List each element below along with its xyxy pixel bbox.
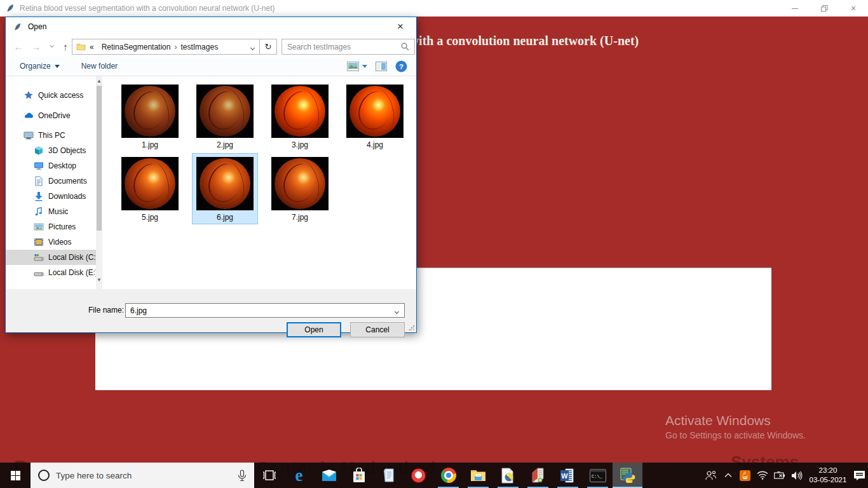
battery-tray-button[interactable] — [771, 463, 788, 488]
sidebar-item-this-pc[interactable]: This PC — [6, 128, 96, 143]
volume-tray-button[interactable] — [788, 463, 805, 488]
java-update-tray-button[interactable] — [736, 463, 754, 488]
organize-menu-button[interactable]: Organize — [20, 62, 60, 71]
taskbar-search-box[interactable] — [31, 463, 254, 488]
sidebar-item-label: This PC — [38, 131, 65, 140]
organize-label: Organize — [20, 62, 51, 71]
taskbar-store-button[interactable] — [344, 463, 374, 488]
file-tile-2[interactable]: 2.jpg — [192, 81, 258, 152]
download-arrow-icon — [34, 191, 44, 201]
file-tile-5[interactable]: 5.jpg — [117, 153, 183, 224]
action-center-button[interactable] — [851, 463, 868, 488]
sidebar-item-onedrive[interactable]: OneDrive — [6, 108, 96, 123]
nav-forward-button[interactable]: → — [29, 39, 44, 54]
file-tile-7[interactable]: 7.jpg — [267, 153, 333, 224]
breadcrumb-parent[interactable]: RetinaSegmentation — [102, 43, 171, 51]
file-explorer-icon — [470, 469, 486, 482]
volume-icon — [791, 471, 803, 480]
sidebar-item-local-disk-c[interactable]: Local Disk (C:) — [6, 250, 96, 265]
this-pc-monitor-icon — [24, 130, 34, 140]
tray-overflow-button[interactable] — [719, 463, 736, 488]
nav-history-dropdown[interactable] — [44, 39, 59, 54]
sidebar-item-label: OneDrive — [38, 111, 71, 120]
task-view-button[interactable] — [254, 463, 284, 488]
cancel-button[interactable]: Cancel — [350, 322, 405, 337]
taskbar-python-idle-button[interactable] — [613, 463, 642, 488]
retina-thumbnail — [271, 85, 329, 138]
sidebar-item-label: 3D Objects — [48, 146, 86, 155]
taskbar-file-explorer-button[interactable] — [463, 463, 493, 488]
wifi-tray-button[interactable] — [754, 463, 771, 488]
sidebar-item-pictures[interactable]: Pictures — [6, 219, 96, 234]
taskbar-notepad-button[interactable] — [374, 463, 403, 488]
nav-back-button[interactable]: ← — [11, 39, 26, 54]
nav-up-button[interactable]: ↑ — [58, 39, 73, 54]
sidebar-item-desktop[interactable]: Desktop — [6, 158, 96, 173]
preview-pane-button[interactable] — [376, 62, 387, 71]
microphone-icon[interactable] — [238, 470, 247, 482]
sidebar-item-label: Desktop — [48, 161, 76, 170]
view-dropdown-icon — [362, 65, 367, 68]
file-tile-6-selected[interactable]: 6.jpg — [192, 153, 258, 224]
file-tile-4[interactable]: 4.jpg — [342, 81, 408, 152]
sidebar-item-music[interactable]: Music — [6, 204, 96, 219]
restore-button[interactable] — [810, 0, 839, 17]
refresh-button[interactable]: ↻ — [260, 39, 277, 55]
file-name-label: 7.jpg — [292, 213, 308, 222]
address-breadcrumb[interactable]: « RetinaSegmentation › testImages — [72, 39, 260, 55]
dialog-close-button[interactable]: × — [391, 17, 410, 36]
taskbar-edge-button[interactable]: e — [284, 463, 314, 488]
retina-thumbnail — [121, 157, 179, 210]
file-tile-1[interactable]: 1.jpg — [117, 81, 183, 152]
taskbar-python-file-button[interactable] — [493, 463, 523, 488]
open-button[interactable]: Open — [287, 322, 341, 337]
breadcrumb-dropdown-icon[interactable] — [251, 43, 254, 51]
minimize-button[interactable] — [780, 0, 810, 17]
sidebar-item-label: Music — [48, 207, 68, 216]
breadcrumb-current[interactable]: testImages — [180, 43, 218, 51]
search-input[interactable] — [282, 43, 401, 51]
file-name-input[interactable] — [126, 306, 395, 315]
resize-grip[interactable] — [409, 325, 414, 330]
hard-disk-icon — [34, 268, 44, 278]
task-view-icon — [262, 470, 276, 481]
close-button[interactable]: × — [839, 0, 868, 17]
taskbar-command-prompt-button[interactable]: C:\_ — [583, 463, 613, 488]
taskbar-word-button[interactable]: W — [553, 463, 583, 488]
sidebar-scrollbar[interactable]: ▲ ▼ — [96, 76, 102, 289]
system-tray: 23:20 03-05-2021 — [702, 463, 868, 488]
file-name-label: 5.jpg — [142, 213, 158, 222]
taskbar-search-input[interactable] — [56, 471, 238, 480]
activate-windows-subtitle: Go to Settings to activate Windows. — [665, 430, 806, 440]
taskbar-mail-button[interactable] — [314, 463, 344, 488]
scrollbar-thumb[interactable] — [97, 86, 102, 231]
file-tile-3[interactable]: 3.jpg — [267, 81, 333, 152]
sidebar-item-local-disk-e[interactable]: Local Disk (E:) — [6, 265, 96, 280]
scrollbar-down-arrow[interactable]: ▼ — [96, 275, 102, 284]
help-button[interactable]: ? — [395, 60, 407, 72]
new-folder-button[interactable]: New folder — [81, 62, 118, 71]
breadcrumb-collapsed[interactable]: « — [90, 43, 94, 51]
sidebar-item-downloads[interactable]: Downloads — [6, 189, 96, 204]
taskbar-browser-button[interactable] — [403, 463, 433, 488]
sidebar-item-label: Local Disk (E:) — [48, 268, 98, 277]
app-titlebar: Retina blood vessel segmentation with a … — [0, 0, 868, 17]
start-button[interactable] — [0, 463, 31, 488]
search-icon[interactable] — [401, 43, 409, 51]
scrollbar-up-arrow[interactable]: ▲ — [96, 76, 102, 85]
people-icon — [705, 470, 717, 480]
taskbar-chrome-button[interactable] — [433, 463, 463, 488]
sidebar-item-videos[interactable]: Videos — [6, 234, 96, 250]
sidebar-item-3d-objects[interactable]: 3D Objects — [6, 143, 96, 158]
sidebar-item-documents[interactable]: Documents — [6, 173, 96, 189]
retina-thumbnail — [196, 85, 254, 138]
file-name-dropdown-icon[interactable] — [395, 306, 398, 315]
taskbar-clock[interactable]: 23:20 03-05-2021 — [805, 466, 851, 485]
onedrive-cloud-icon — [24, 111, 34, 121]
sidebar-item-quick-access[interactable]: Quick access — [6, 88, 96, 103]
taskbar-notepad-plus-plus-button[interactable] — [523, 463, 553, 488]
people-button[interactable] — [702, 463, 719, 488]
dialog-titlebar[interactable]: Open × — [6, 17, 416, 36]
change-view-button[interactable] — [347, 62, 367, 71]
thumbnail-view-icon — [347, 62, 359, 71]
